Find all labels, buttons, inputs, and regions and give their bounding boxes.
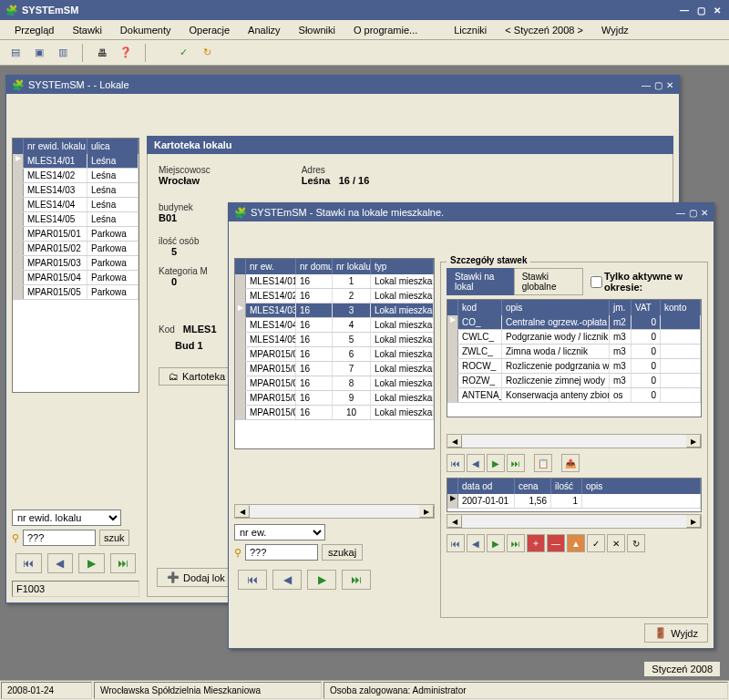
confirm-icon[interactable]: ✓ xyxy=(587,534,605,552)
nav-prev-icon[interactable]: ◀ xyxy=(467,534,485,552)
table-row[interactable]: MLES14/04Leśna xyxy=(13,198,139,212)
lokale-grid[interactable]: nr ewid. lokalu ulica ▶MLES14/01LeśnaMLE… xyxy=(12,138,139,393)
scroll-left-icon[interactable]: ◀ xyxy=(447,435,462,448)
col-kod[interactable]: kod xyxy=(458,300,502,315)
table-row[interactable]: MPAR015/0166Lokal mieszkaniow xyxy=(235,347,434,362)
menu-o-programie[interactable]: O programie... xyxy=(344,23,426,37)
col-data-od[interactable]: data od xyxy=(458,479,515,494)
col-jm[interactable]: jm. xyxy=(610,300,631,315)
close-icon[interactable]: ✕ xyxy=(711,4,724,16)
table-row[interactable]: ZWLC_Zimna woda / licznikm30 xyxy=(447,345,701,359)
minimize-icon[interactable]: — xyxy=(642,80,651,90)
h-scrollbar-2[interactable]: ◀▶ xyxy=(447,434,702,448)
check-icon[interactable]: ✓ xyxy=(175,45,191,61)
scroll-right-icon[interactable]: ▶ xyxy=(419,505,434,518)
toolbar-btn-1[interactable]: ▤ xyxy=(7,45,24,61)
nav-last-icon[interactable]: ⏭ xyxy=(507,534,525,552)
nav-first-icon[interactable]: ⏮ xyxy=(447,534,465,552)
table-row[interactable]: MLES14/05Leśna xyxy=(13,212,139,227)
maximize-icon[interactable]: ▢ xyxy=(689,208,697,218)
col-ulica[interactable]: ulica xyxy=(87,139,139,154)
h-scrollbar[interactable]: ◀ ▶ xyxy=(234,504,435,519)
col-nr-ewid[interactable]: nr ewid. lokalu xyxy=(24,139,87,154)
toolbar-btn-2[interactable]: ▣ xyxy=(31,45,47,61)
table-row[interactable]: MLES14/03Leśna xyxy=(13,183,139,198)
nav-first-icon[interactable]: ⏮ xyxy=(238,570,267,590)
table-row[interactable]: MPAR015/01Parkowa xyxy=(13,227,139,242)
nav-next-icon[interactable]: ▶ xyxy=(487,534,505,552)
nav-next-icon[interactable]: ▶ xyxy=(487,454,505,472)
nav-next-icon[interactable]: ▶ xyxy=(78,553,105,573)
scroll-left-icon[interactable]: ◀ xyxy=(235,505,250,518)
nav-prev-icon[interactable]: ◀ xyxy=(47,553,74,573)
toolbar-btn-3[interactable]: ▥ xyxy=(55,45,71,61)
table-row[interactable]: MLES14/01161Lokal mieszkaniow xyxy=(235,274,434,289)
stawki-lokale-grid[interactable]: nr ew. nr domu nr lokalu typ MLES14/0116… xyxy=(234,258,435,449)
sub-grid[interactable]: data od cena ilość opis ▶2007-01-011,561 xyxy=(447,478,702,512)
col-ilosc[interactable]: ilość xyxy=(551,479,582,494)
col-konto[interactable]: konto xyxy=(661,300,701,315)
table-row[interactable]: ▶MLES14/03163Lokal mieszkaniow xyxy=(235,304,434,318)
stawki-details-grid[interactable]: kod opis jm. VAT konto ▶CO_Centralne ogr… xyxy=(447,299,702,417)
table-row[interactable]: MPAR015/0168Lokal mieszkaniow xyxy=(235,376,434,391)
table-row[interactable]: MLES14/02162Lokal mieszkaniow xyxy=(235,289,434,304)
window-stawki-titlebar[interactable]: 🧩 SYSTEmSM - Stawki na lokale mieszkalne… xyxy=(229,203,714,221)
maximize-icon[interactable]: ▢ xyxy=(654,80,662,90)
maximize-icon[interactable]: ▢ xyxy=(694,4,707,16)
menu-stawki[interactable]: Stawki xyxy=(63,23,110,37)
window-lokale-titlebar[interactable]: 🧩 SYSTEmSM - - Lokale — ▢ ✕ xyxy=(6,76,679,94)
nav-first-icon[interactable]: ⏮ xyxy=(15,553,42,573)
table-row[interactable]: MPAR015/03Parkowa xyxy=(13,256,139,271)
search-input-2[interactable] xyxy=(245,544,318,561)
nav-last-icon[interactable]: ⏭ xyxy=(342,570,371,590)
menu-operacje[interactable]: Operacje xyxy=(180,23,239,37)
table-row[interactable]: CWLC_Podgrzanie wody / licznikm30 xyxy=(447,330,701,345)
table-row[interactable]: MLES14/02Leśna xyxy=(13,169,139,183)
add-icon[interactable]: ＋ xyxy=(527,534,545,552)
scroll-right-icon[interactable]: ▶ xyxy=(686,435,701,448)
table-row[interactable]: ▶2007-01-011,561 xyxy=(447,494,701,509)
col-typ[interactable]: typ xyxy=(371,259,434,274)
print-icon[interactable]: 🖶 xyxy=(94,45,110,61)
col-vat[interactable]: VAT xyxy=(631,300,661,315)
scroll-left-icon[interactable]: ◀ xyxy=(447,515,462,528)
col-opis[interactable]: opis xyxy=(502,300,610,315)
minimize-icon[interactable]: — xyxy=(676,208,685,218)
help-icon[interactable]: ❓ xyxy=(118,45,134,61)
kartoteka-button[interactable]: 🗂 Kartoteka xyxy=(159,367,235,386)
menu-period[interactable]: < Styczeń 2008 > xyxy=(496,23,592,37)
nav-last-icon[interactable]: ⏭ xyxy=(110,553,137,573)
menu-liczniki[interactable]: Liczniki xyxy=(445,23,496,37)
col-nr-domu[interactable]: nr domu xyxy=(296,259,333,274)
tab-stawki-lokal[interactable]: Stawki na lokal xyxy=(447,268,514,295)
table-row[interactable]: MLES14/04164Lokal mieszkaniow xyxy=(235,318,434,333)
scroll-right-icon[interactable]: ▶ xyxy=(686,515,701,528)
cancel-icon[interactable]: ✕ xyxy=(607,534,625,552)
table-row[interactable]: MLES14/05165Lokal mieszkaniow xyxy=(235,333,434,347)
nav-next-icon[interactable]: ▶ xyxy=(307,570,336,590)
checkbox-aktywne-input[interactable] xyxy=(590,276,602,288)
copy-icon[interactable]: 📋 xyxy=(534,454,552,472)
exit-button[interactable]: 🚪 Wyjdz xyxy=(644,623,708,643)
h-scrollbar-3[interactable]: ◀▶ xyxy=(447,514,702,529)
nav-prev-icon[interactable]: ◀ xyxy=(467,454,485,472)
nav-last-icon[interactable]: ⏭ xyxy=(507,454,525,472)
edit-icon[interactable]: ▲ xyxy=(567,534,585,552)
menu-slowniki[interactable]: Słowniki xyxy=(290,23,344,37)
tab-stawki-globalne[interactable]: Stawki globalne xyxy=(514,268,583,295)
table-row[interactable]: MPAR015/01610Lokal mieszkaniow xyxy=(235,406,434,420)
delete-icon[interactable]: — xyxy=(547,534,565,552)
refresh-icon[interactable]: ↻ xyxy=(627,534,645,552)
nav-prev-icon[interactable]: ◀ xyxy=(272,570,302,590)
col-cena[interactable]: cena xyxy=(515,479,551,494)
menu-przeglad[interactable]: Przegląd xyxy=(5,23,63,37)
export-icon[interactable]: 📤 xyxy=(561,454,580,472)
table-row[interactable]: MPAR015/04Parkowa xyxy=(13,271,139,285)
table-row[interactable]: MPAR015/0169Lokal mieszkaniow xyxy=(235,391,434,406)
col-nr-ew[interactable]: nr ew. xyxy=(246,259,296,274)
close-icon[interactable]: ✕ xyxy=(701,208,708,218)
search-button-2[interactable]: szukaj xyxy=(322,544,363,561)
search-button[interactable]: szuk xyxy=(99,530,129,546)
col-nr-lokalu[interactable]: nr lokalu xyxy=(333,259,371,274)
dodaj-lokal-button[interactable]: ➕ Dodaj lok xyxy=(157,568,235,587)
